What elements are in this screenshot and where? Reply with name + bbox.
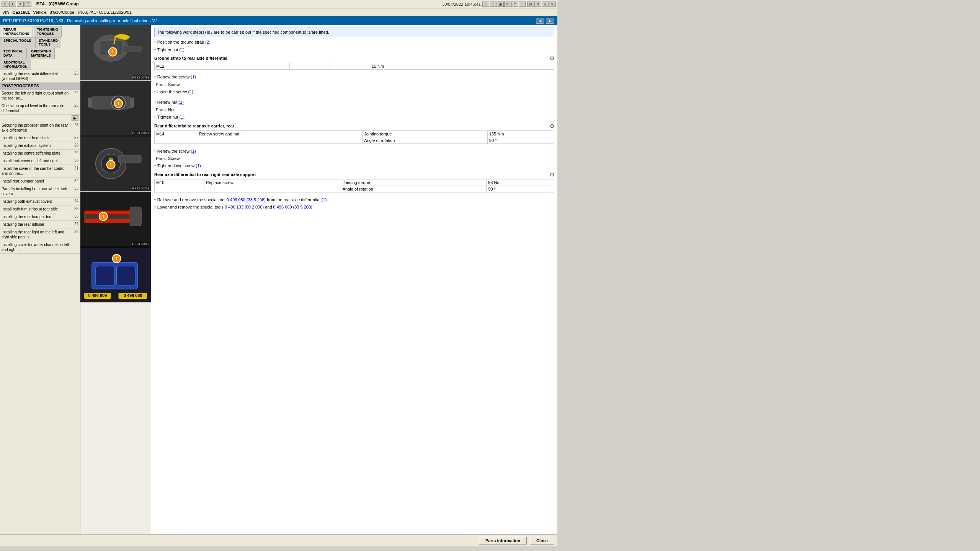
tab-special[interactable]: SPECIAL TOOLS bbox=[0, 37, 34, 48]
sys-icon-3[interactable]: ⊞ bbox=[542, 2, 549, 7]
link-1b[interactable]: (1) bbox=[191, 75, 196, 79]
system-controls[interactable]: ⊡ ⚙ ⊞ ✕ bbox=[527, 2, 556, 7]
torque-icon-2[interactable]: ⊙ bbox=[550, 123, 554, 129]
tab-technical[interactable]: TECHNICALDATA bbox=[0, 48, 27, 59]
help-icon[interactable]: ? bbox=[511, 2, 518, 7]
step-item-34[interactable]: Installing both exhaust covers 34 bbox=[0, 198, 80, 205]
maximize-icon[interactable]: □ bbox=[519, 2, 526, 7]
step-item-25[interactable]: Check/top up oil level in the rear axle … bbox=[0, 102, 80, 115]
repair-image-1[interactable]: 1 RB33 00798 bbox=[80, 25, 151, 81]
torque-cell: M12 bbox=[155, 63, 290, 70]
window-buttons[interactable]: 1 2 3 ☰ bbox=[2, 2, 31, 7]
instruction-block-1: • Position the ground strap (2) • Tighte… bbox=[154, 39, 554, 70]
instruction-item-3-2: Parts: Nut bbox=[154, 107, 554, 113]
instruction-item-5-2: • Lower and remove the special tools 0 4… bbox=[154, 204, 554, 210]
step-item-23[interactable]: Installing the rear axle differential (w… bbox=[0, 70, 80, 83]
link-1c[interactable]: (1) bbox=[188, 90, 193, 94]
link-2[interactable]: (2) bbox=[205, 40, 210, 44]
step-item-24[interactable]: Secure the left and right output shaft o… bbox=[0, 90, 80, 102]
link-1h[interactable]: (1) bbox=[322, 197, 327, 202]
step-item-36[interactable]: Installing the rear bumper trim 36 bbox=[0, 213, 80, 221]
instruction-block-2: • Renew the screw (1) Parts: Screw • Ins… bbox=[154, 74, 554, 95]
instruction-item-3-3: • Tighten nut (1) bbox=[154, 114, 554, 120]
edit-icon[interactable]: ✎ bbox=[504, 2, 511, 7]
play-icon[interactable]: ▶ bbox=[72, 115, 78, 121]
torque-header-2: Rear differential to rear axle carrier, … bbox=[154, 123, 554, 129]
torque-table-2: M14 Renew screw and nut. Jointing torque… bbox=[154, 130, 554, 144]
repair-image-3[interactable]: 1 RB33 00223 bbox=[80, 136, 151, 192]
torque-cell: Jointing torque bbox=[363, 130, 488, 137]
step-btn-1[interactable]: 1 bbox=[2, 2, 8, 7]
svg-rect-27 bbox=[130, 207, 141, 226]
step-item-35[interactable]: Install both trim strips at rear side 35 bbox=[0, 205, 80, 213]
torque-table-3: M10 Replace screw. Jointing torque 56 Nm… bbox=[154, 179, 554, 192]
image-label-5 bbox=[149, 301, 150, 302]
postprocesses-header: POSTPROCESSES bbox=[0, 83, 80, 90]
torque-table-1: M12 15 Nm bbox=[154, 63, 554, 70]
sys-icon-2[interactable]: ⚙ bbox=[534, 2, 541, 7]
step-item-31[interactable]: Install the cover of the camber control … bbox=[0, 165, 80, 178]
torque-cell: Replace screw. bbox=[204, 179, 341, 192]
bottom-bar: Parts information Close bbox=[0, 534, 557, 546]
play-button-container[interactable]: ▶ bbox=[0, 115, 80, 122]
datetime: 30/04/2022 19:45:41 bbox=[442, 2, 481, 7]
instruction-item-5-1: • Release and remove the special tool 0 … bbox=[154, 197, 554, 203]
step-item-26[interactable]: Securing the propeller shaft on the rear… bbox=[0, 122, 80, 134]
step-item-39[interactable]: Installing cover for water channel on le… bbox=[0, 241, 80, 254]
tab-tightening[interactable]: TIGHTENINGTORQUES bbox=[34, 26, 62, 37]
window-controls[interactable]: ⌂ ⊡ ▣ ✎ ? □ bbox=[482, 2, 526, 7]
main-content: REPAIRINSTRUCTIONS TIGHTENINGTORQUES SPE… bbox=[0, 25, 557, 534]
tab-repair[interactable]: REPAIRINSTRUCTIONS bbox=[0, 26, 33, 37]
info-nav[interactable]: ◄ ► bbox=[536, 18, 554, 24]
monitor-icon[interactable]: ⊡ bbox=[490, 2, 497, 7]
instruction-item-2-3: • Insert the screw (1) bbox=[154, 89, 554, 95]
nav-prev[interactable]: ◄ bbox=[536, 18, 544, 24]
instruction-item-1-1: • Position the ground strap (2) bbox=[154, 39, 554, 45]
tab-additional[interactable]: ADDITIONALINFORMATION bbox=[0, 59, 31, 70]
torque-icon-3[interactable]: ⊙ bbox=[550, 171, 554, 178]
svg-text:1: 1 bbox=[117, 101, 119, 106]
instruction-item-4-3: • Tighten down screw (1) bbox=[154, 163, 554, 169]
svg-text:1: 1 bbox=[102, 214, 105, 219]
step-item-27[interactable]: Installing the rear heat shield 27 bbox=[0, 134, 80, 142]
link-1g[interactable]: (1) bbox=[196, 163, 201, 168]
nav-next[interactable]: ► bbox=[546, 18, 554, 24]
step-item-32[interactable]: Install rear bumper panel 32 bbox=[0, 178, 80, 185]
instruction-block-3: • Renew nut (1) Parts: Nut • Tighten nut… bbox=[154, 99, 554, 143]
step-item-38[interactable]: Installing the rear light on the left an… bbox=[0, 228, 80, 241]
link-1d[interactable]: (1) bbox=[179, 100, 184, 104]
link-special-3[interactable]: 0 496 009 (33 5 200) bbox=[273, 205, 312, 209]
torque-cell: M10 bbox=[155, 179, 204, 192]
instruction-item-4-1: • Renew the screw (1) bbox=[154, 148, 554, 154]
step-item-37[interactable]: Installing the rear diffuser 37 bbox=[0, 221, 80, 228]
torque-cell: 56 Nm bbox=[487, 179, 554, 186]
home-icon[interactable]: ⌂ bbox=[482, 2, 489, 7]
step-btn-2[interactable]: 2 bbox=[9, 2, 16, 7]
repair-image-4[interactable]: 1 RB33 00540 bbox=[80, 192, 151, 247]
link-1f[interactable]: (1) bbox=[191, 149, 196, 153]
step-item-28[interactable]: Installing the exhaust system 28 bbox=[0, 142, 80, 150]
step-btn-3[interactable]: 3 bbox=[17, 2, 24, 7]
torque-icon-1[interactable]: ⊙ bbox=[550, 55, 554, 61]
image-icon[interactable]: ▣ bbox=[497, 2, 504, 7]
torque-cell: Angle of rotation bbox=[363, 137, 488, 143]
sys-icon-1[interactable]: ⊡ bbox=[527, 2, 534, 7]
tab-standard[interactable]: STANDARDTOOLS bbox=[35, 37, 61, 48]
step-item-30[interactable]: Install tank cover on left and right 30 bbox=[0, 157, 80, 165]
repair-image-5[interactable]: 1 0 496 009 0 496 080 bbox=[80, 247, 151, 303]
link-special-1[interactable]: 0 496 080 (33 5 206) bbox=[227, 197, 266, 202]
link-1a[interactable]: (1) bbox=[180, 47, 185, 52]
repair-image-2[interactable]: 1 RB33 00507 bbox=[80, 81, 151, 136]
step-item-29[interactable]: Installing the centre stiffening plate 2… bbox=[0, 150, 80, 157]
close-icon[interactable]: ✕ bbox=[549, 2, 556, 7]
parts-info-button[interactable]: Parts information bbox=[479, 537, 527, 544]
tab-operating[interactable]: OPERATINGMATERIALS bbox=[28, 48, 55, 59]
close-button[interactable]: Close bbox=[530, 537, 554, 544]
info-bar: REP-REP-P-3310016-G16_N63 - Removing and… bbox=[0, 16, 557, 25]
image-label-2: RB33 00507 bbox=[132, 131, 150, 135]
link-1e[interactable]: (1) bbox=[180, 115, 185, 119]
title-bar: 1 2 3 ☰ ISTA+ (C)BMW Group 30/04/2022 19… bbox=[0, 0, 557, 8]
link-special-2[interactable]: 0 490 133 (00 2 030) bbox=[225, 205, 264, 209]
step-item-33[interactable]: Partially installing both rear wheel arc… bbox=[0, 185, 80, 198]
step-btn-menu[interactable]: ☰ bbox=[24, 2, 31, 7]
